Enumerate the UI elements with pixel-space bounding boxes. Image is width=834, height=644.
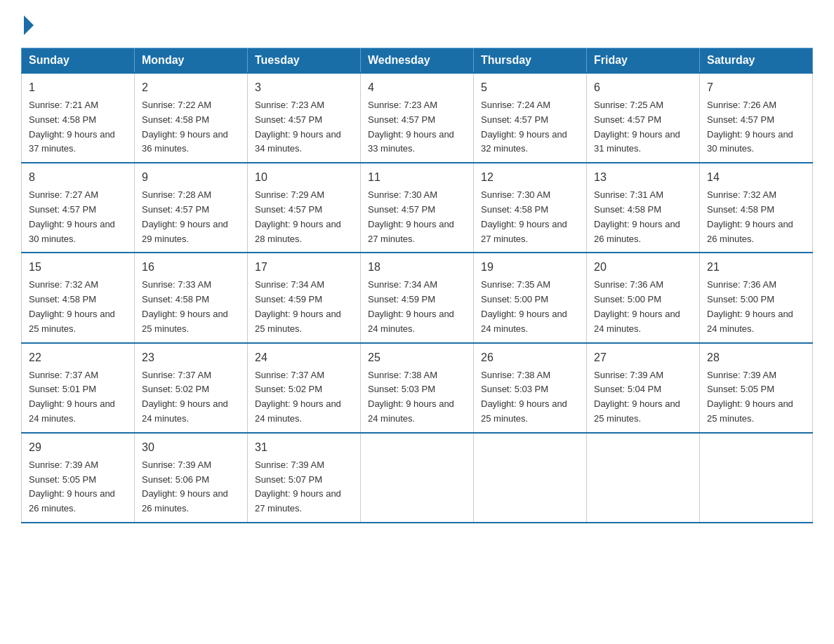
day-info: Sunrise: 7:37 AMSunset: 5:01 PMDaylight:…: [29, 368, 127, 427]
day-info: Sunrise: 7:30 AMSunset: 4:57 PMDaylight:…: [368, 188, 466, 246]
calendar-week-row: 29Sunrise: 7:39 AMSunset: 5:05 PMDayligh…: [22, 433, 813, 523]
day-info: Sunrise: 7:37 AMSunset: 5:02 PMDaylight:…: [142, 368, 240, 427]
day-info: Sunrise: 7:38 AMSunset: 5:03 PMDaylight:…: [368, 368, 466, 427]
day-number: 18: [368, 259, 466, 276]
calendar-day-cell: [587, 433, 700, 523]
day-info: Sunrise: 7:35 AMSunset: 5:00 PMDaylight:…: [481, 278, 579, 336]
calendar-day-cell: [700, 433, 813, 523]
calendar-day-cell: 4Sunrise: 7:23 AMSunset: 4:57 PMDaylight…: [361, 73, 474, 163]
calendar-day-cell: 15Sunrise: 7:32 AMSunset: 4:58 PMDayligh…: [22, 253, 135, 342]
calendar-day-cell: 13Sunrise: 7:31 AMSunset: 4:58 PMDayligh…: [587, 163, 700, 253]
day-info: Sunrise: 7:23 AMSunset: 4:57 PMDaylight:…: [368, 98, 466, 156]
day-info: Sunrise: 7:30 AMSunset: 4:58 PMDaylight:…: [481, 188, 579, 246]
calendar-day-cell: 23Sunrise: 7:37 AMSunset: 5:02 PMDayligh…: [135, 343, 248, 433]
day-number: 11: [368, 169, 466, 186]
calendar-table: SundayMondayTuesdayWednesdayThursdayFrid…: [21, 48, 813, 523]
calendar-day-cell: 9Sunrise: 7:28 AMSunset: 4:57 PMDaylight…: [135, 163, 248, 253]
day-info: Sunrise: 7:34 AMSunset: 4:59 PMDaylight:…: [368, 278, 466, 336]
day-number: 20: [594, 259, 692, 276]
day-number: 22: [29, 349, 127, 366]
day-number: 28: [707, 349, 805, 366]
calendar-day-cell: [474, 433, 587, 523]
day-number: 25: [368, 349, 466, 366]
day-info: Sunrise: 7:39 AMSunset: 5:06 PMDaylight:…: [142, 458, 240, 516]
day-number: 23: [142, 349, 240, 366]
day-info: Sunrise: 7:36 AMSunset: 5:00 PMDaylight:…: [594, 278, 692, 336]
calendar-day-cell: 22Sunrise: 7:37 AMSunset: 5:01 PMDayligh…: [22, 343, 135, 433]
calendar-day-cell: 30Sunrise: 7:39 AMSunset: 5:06 PMDayligh…: [135, 433, 248, 523]
calendar-day-header: Saturday: [700, 48, 813, 74]
day-info: Sunrise: 7:39 AMSunset: 5:05 PMDaylight:…: [707, 368, 805, 427]
calendar-day-cell: 24Sunrise: 7:37 AMSunset: 5:02 PMDayligh…: [248, 343, 361, 433]
day-info: Sunrise: 7:38 AMSunset: 5:03 PMDaylight:…: [481, 368, 579, 427]
calendar-day-cell: 28Sunrise: 7:39 AMSunset: 5:05 PMDayligh…: [700, 343, 813, 433]
calendar-day-cell: 19Sunrise: 7:35 AMSunset: 5:00 PMDayligh…: [474, 253, 587, 342]
day-number: 16: [142, 259, 240, 276]
day-info: Sunrise: 7:34 AMSunset: 4:59 PMDaylight:…: [255, 278, 353, 336]
calendar-day-cell: 2Sunrise: 7:22 AMSunset: 4:58 PMDaylight…: [135, 73, 248, 163]
calendar-day-cell: 10Sunrise: 7:29 AMSunset: 4:57 PMDayligh…: [248, 163, 361, 253]
calendar-week-row: 22Sunrise: 7:37 AMSunset: 5:01 PMDayligh…: [22, 343, 813, 433]
calendar-day-cell: 5Sunrise: 7:24 AMSunset: 4:57 PMDaylight…: [474, 73, 587, 163]
day-info: Sunrise: 7:39 AMSunset: 5:04 PMDaylight:…: [594, 368, 692, 427]
calendar-day-cell: [361, 433, 474, 523]
day-number: 30: [142, 439, 240, 456]
logo: [21, 14, 34, 34]
day-number: 3: [255, 79, 353, 96]
day-number: 2: [142, 79, 240, 96]
day-info: Sunrise: 7:33 AMSunset: 4:58 PMDaylight:…: [142, 278, 240, 336]
calendar-day-cell: 26Sunrise: 7:38 AMSunset: 5:03 PMDayligh…: [474, 343, 587, 433]
calendar-day-header: Monday: [135, 48, 248, 74]
day-info: Sunrise: 7:22 AMSunset: 4:58 PMDaylight:…: [142, 98, 240, 156]
day-number: 10: [255, 169, 353, 186]
calendar-day-cell: 27Sunrise: 7:39 AMSunset: 5:04 PMDayligh…: [587, 343, 700, 433]
calendar-day-cell: 8Sunrise: 7:27 AMSunset: 4:57 PMDaylight…: [22, 163, 135, 253]
day-number: 19: [481, 259, 579, 276]
day-number: 1: [29, 79, 127, 96]
day-info: Sunrise: 7:28 AMSunset: 4:57 PMDaylight:…: [142, 188, 240, 246]
day-number: 6: [594, 79, 692, 96]
calendar-day-cell: 31Sunrise: 7:39 AMSunset: 5:07 PMDayligh…: [248, 433, 361, 523]
calendar-week-row: 8Sunrise: 7:27 AMSunset: 4:57 PMDaylight…: [22, 163, 813, 253]
day-info: Sunrise: 7:29 AMSunset: 4:57 PMDaylight:…: [255, 188, 353, 246]
day-info: Sunrise: 7:37 AMSunset: 5:02 PMDaylight:…: [255, 368, 353, 427]
calendar-day-cell: 17Sunrise: 7:34 AMSunset: 4:59 PMDayligh…: [248, 253, 361, 342]
calendar-week-row: 15Sunrise: 7:32 AMSunset: 4:58 PMDayligh…: [22, 253, 813, 342]
calendar-day-cell: 1Sunrise: 7:21 AMSunset: 4:58 PMDaylight…: [22, 73, 135, 163]
calendar-day-header: Friday: [587, 48, 700, 74]
day-number: 29: [29, 439, 127, 456]
day-number: 4: [368, 79, 466, 96]
calendar-day-header: Wednesday: [361, 48, 474, 74]
day-info: Sunrise: 7:32 AMSunset: 4:58 PMDaylight:…: [707, 188, 805, 246]
day-info: Sunrise: 7:25 AMSunset: 4:57 PMDaylight:…: [594, 98, 692, 156]
calendar-day-cell: 16Sunrise: 7:33 AMSunset: 4:58 PMDayligh…: [135, 253, 248, 342]
calendar-day-cell: 18Sunrise: 7:34 AMSunset: 4:59 PMDayligh…: [361, 253, 474, 342]
day-number: 5: [481, 79, 579, 96]
logo-arrow-icon: [24, 15, 34, 35]
day-info: Sunrise: 7:24 AMSunset: 4:57 PMDaylight:…: [481, 98, 579, 156]
day-info: Sunrise: 7:26 AMSunset: 4:57 PMDaylight:…: [707, 98, 805, 156]
day-number: 8: [29, 169, 127, 186]
day-number: 7: [707, 79, 805, 96]
day-info: Sunrise: 7:32 AMSunset: 4:58 PMDaylight:…: [29, 278, 127, 336]
day-number: 31: [255, 439, 353, 456]
day-number: 15: [29, 259, 127, 276]
calendar-day-cell: 29Sunrise: 7:39 AMSunset: 5:05 PMDayligh…: [22, 433, 135, 523]
calendar-day-cell: 11Sunrise: 7:30 AMSunset: 4:57 PMDayligh…: [361, 163, 474, 253]
calendar-header-row: SundayMondayTuesdayWednesdayThursdayFrid…: [22, 48, 813, 74]
calendar-day-cell: 21Sunrise: 7:36 AMSunset: 5:00 PMDayligh…: [700, 253, 813, 342]
calendar-day-cell: 6Sunrise: 7:25 AMSunset: 4:57 PMDaylight…: [587, 73, 700, 163]
calendar-day-cell: 12Sunrise: 7:30 AMSunset: 4:58 PMDayligh…: [474, 163, 587, 253]
calendar-week-row: 1Sunrise: 7:21 AMSunset: 4:58 PMDaylight…: [22, 73, 813, 163]
day-info: Sunrise: 7:21 AMSunset: 4:58 PMDaylight:…: [29, 98, 127, 156]
day-number: 9: [142, 169, 240, 186]
day-info: Sunrise: 7:36 AMSunset: 5:00 PMDaylight:…: [707, 278, 805, 336]
calendar-day-cell: 25Sunrise: 7:38 AMSunset: 5:03 PMDayligh…: [361, 343, 474, 433]
day-info: Sunrise: 7:31 AMSunset: 4:58 PMDaylight:…: [594, 188, 692, 246]
day-number: 14: [707, 169, 805, 186]
day-number: 12: [481, 169, 579, 186]
calendar-day-cell: 14Sunrise: 7:32 AMSunset: 4:58 PMDayligh…: [700, 163, 813, 253]
page-header: [21, 14, 813, 34]
day-info: Sunrise: 7:23 AMSunset: 4:57 PMDaylight:…: [255, 98, 353, 156]
day-number: 21: [707, 259, 805, 276]
